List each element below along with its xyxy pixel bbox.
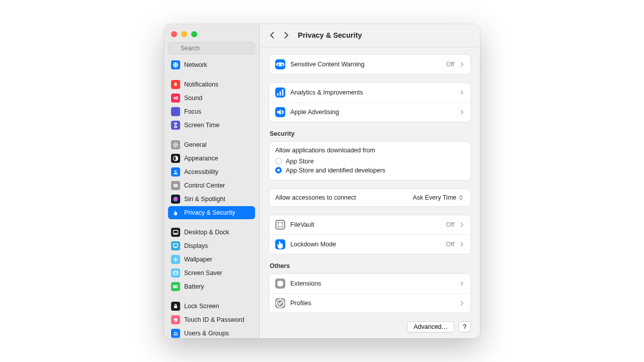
sidebar-item-displays[interactable]: Displays xyxy=(168,239,255,252)
svg-point-4 xyxy=(175,144,177,146)
sidebar-item-general[interactable]: General xyxy=(168,138,255,151)
sidebar-item-focus[interactable]: Focus xyxy=(168,105,255,118)
close-window[interactable] xyxy=(171,31,177,37)
sidebar-item-label: Desktop & Dock xyxy=(184,229,229,236)
page-title: Privacy & Security xyxy=(298,31,362,39)
sidebar-item-label: Displays xyxy=(184,242,208,249)
sidebar-item-privacy-security[interactable]: Privacy & Security xyxy=(168,206,255,219)
svg-rect-21 xyxy=(177,286,178,287)
group-sensitive: Sensitive Content WarningOff xyxy=(269,54,471,74)
chevron-right-icon xyxy=(459,242,464,247)
sidebar-item-label: Focus xyxy=(184,108,201,115)
svg-point-18 xyxy=(177,258,178,260)
person-icon xyxy=(171,167,180,176)
row-profiles[interactable]: Profiles xyxy=(269,294,470,313)
sidebar-item-lock-screen[interactable]: Lock Screen xyxy=(168,300,255,313)
sidebar-item-label: Privacy & Security xyxy=(184,209,235,216)
sidebar-item-accessibility[interactable]: Accessibility xyxy=(168,165,255,178)
accessories-popup[interactable]: Ask Every Time xyxy=(410,194,464,202)
svg-rect-23 xyxy=(174,306,177,308)
row-filevault[interactable]: FileVaultOff xyxy=(269,215,470,235)
display-icon xyxy=(171,241,180,250)
row-label: Sensitive Content Warning xyxy=(290,61,441,68)
back-button[interactable] xyxy=(269,31,277,39)
content-scroll: Sensitive Content WarningOff Analytics &… xyxy=(260,47,480,338)
sidebar-item-control-center[interactable]: Control Center xyxy=(168,179,255,192)
group-download-source: Allow applications downloaded from App S… xyxy=(269,141,471,180)
settings-window: NetworkNotificationsSoundFocusScreen Tim… xyxy=(164,24,480,338)
sidebar-item-label: Notifications xyxy=(184,81,218,88)
row-apple-advertising[interactable]: Apple Advertising xyxy=(269,103,470,122)
svg-point-7 xyxy=(174,184,175,185)
sidebar-item-label: Siri & Spotlight xyxy=(184,196,225,203)
sidebar-item-label: Appearance xyxy=(184,155,218,162)
row-label: FileVault xyxy=(290,221,441,228)
sidebar-item-label: Sound xyxy=(184,95,202,102)
group-filevault-lockdown: FileVaultOffLockdown ModeOff xyxy=(269,215,471,254)
gear-icon xyxy=(171,140,180,149)
row-lockdown-mode[interactable]: Lockdown ModeOff xyxy=(269,235,470,254)
advanced-button[interactable]: Advanced… xyxy=(407,321,454,332)
hourglass-icon xyxy=(171,121,180,130)
battery-icon xyxy=(171,282,180,291)
sidebar-item-label: Network xyxy=(184,61,207,68)
sidebar-item-desktop-dock[interactable]: Desktop & Dock xyxy=(168,226,255,239)
chevron-right-icon xyxy=(459,222,464,227)
svg-point-14 xyxy=(175,258,177,260)
sidebar-item-label: Control Center xyxy=(184,182,225,189)
zoom-window[interactable] xyxy=(191,31,197,37)
sidebar-item-sound[interactable]: Sound xyxy=(168,92,255,105)
forward-button[interactable] xyxy=(282,31,290,39)
security-header: Security xyxy=(270,130,470,137)
bell-icon xyxy=(171,80,180,89)
row-sensitive-content-warning[interactable]: Sensitive Content WarningOff xyxy=(269,55,470,74)
row-label: Lockdown Mode xyxy=(290,241,441,248)
svg-point-15 xyxy=(175,257,177,258)
svg-point-6 xyxy=(175,170,177,172)
svg-rect-12 xyxy=(174,233,177,234)
vault-icon xyxy=(275,220,285,230)
radio-label: App Store and identified developers xyxy=(286,167,385,174)
sidebar-item-users-groups[interactable]: Users & Groups xyxy=(168,327,255,338)
sidebar-item-label: Touch ID & Password xyxy=(184,316,245,323)
sidebar-item-siri-spotlight[interactable]: Siri & Spotlight xyxy=(168,193,255,206)
toolbar: Privacy & Security xyxy=(260,24,480,47)
globe-icon xyxy=(171,60,180,69)
chevron-right-icon xyxy=(459,90,464,95)
sidebar-item-notifications[interactable]: Notifications xyxy=(168,78,255,91)
chart-icon xyxy=(275,87,285,98)
radio-label: App Store xyxy=(286,158,314,165)
download-title: Allow applications downloaded from xyxy=(275,147,464,154)
sidebar-item-screen-saver[interactable]: Screen Saver xyxy=(168,266,255,280)
radio-icon xyxy=(275,158,282,164)
main-panel: Privacy & Security Sensitive Content War… xyxy=(260,24,480,338)
chevron-right-icon xyxy=(459,281,464,286)
sidebar-item-screen-time[interactable]: Screen Time xyxy=(168,119,255,132)
help-button[interactable]: ? xyxy=(458,321,471,332)
sidebar-item-battery[interactable]: Battery xyxy=(168,280,255,293)
row-analytics-improvements[interactable]: Analytics & Improvements xyxy=(269,83,470,103)
row-label: Analytics & Improvements xyxy=(290,89,454,96)
search-input[interactable] xyxy=(168,42,255,54)
radio-app-store[interactable]: App Store xyxy=(275,157,464,166)
window-controls xyxy=(164,24,259,42)
chevron-right-icon xyxy=(459,301,464,306)
group-others: ExtensionsProfiles xyxy=(269,274,471,313)
svg-rect-28 xyxy=(280,91,281,96)
sidebar-item-label: Battery xyxy=(184,283,204,290)
chevron-right-icon xyxy=(459,110,464,115)
sidebar-item-touch-id-password[interactable]: Touch ID & Password xyxy=(168,313,255,326)
siri-icon xyxy=(171,195,180,204)
row-extensions[interactable]: Extensions xyxy=(269,274,470,294)
sliders-icon xyxy=(171,181,180,190)
contrast-icon xyxy=(171,154,180,163)
minimize-window[interactable] xyxy=(181,31,187,37)
sidebar-item-appearance[interactable]: Appearance xyxy=(168,152,255,165)
sidebar-item-wallpaper[interactable]: Wallpaper xyxy=(168,253,255,266)
svg-rect-13 xyxy=(174,244,178,247)
sidebar-item-network[interactable]: Network xyxy=(168,58,255,71)
speaker-icon xyxy=(171,94,180,103)
radio-identified-developers[interactable]: App Store and identified developers xyxy=(275,166,464,175)
flower-icon xyxy=(171,255,180,264)
sidebar-item-label: General xyxy=(184,141,206,148)
